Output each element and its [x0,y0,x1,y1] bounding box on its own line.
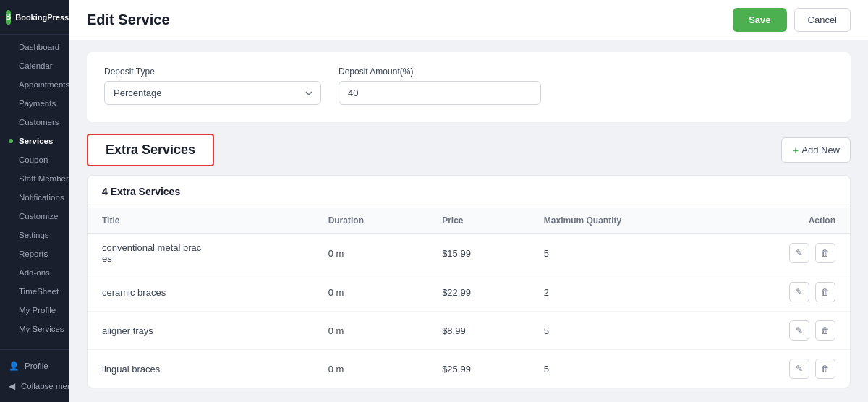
delete-button[interactable]: 🗑 [815,359,835,379]
sidebar-item-add-ons[interactable]: Add-ons [0,263,69,282]
sidebar-item-collapse-menu[interactable]: ◀ Collapse menu [0,376,69,396]
table-row: ceramic braces 0 m $22.99 2 ✎ 🗑 [88,273,850,312]
edit-button[interactable]: ✎ [789,359,809,379]
sidebar-item-payments[interactable]: Payments [0,94,69,113]
nav-dot [9,289,13,294]
sidebar-logo: B BookingPress [0,0,69,35]
cell-price: $15.99 [427,234,529,273]
save-button[interactable]: Save [733,8,786,32]
nav-dot [9,158,13,162]
edit-button[interactable]: ✎ [789,282,809,302]
sidebar-item-label: Staff Members [19,174,69,183]
sidebar-item-customers[interactable]: Customers [0,113,69,132]
edit-button[interactable]: ✎ [789,243,809,263]
nav-dot [9,45,13,49]
cell-title: lingual braces [88,350,314,388]
delete-button[interactable]: 🗑 [815,320,835,341]
sidebar-item-timesheet[interactable]: TimeSheet [0,282,69,301]
sidebar-item-calendar[interactable]: Calendar [0,56,69,75]
col-price: Price [427,208,529,234]
person-icon: 👤 [9,361,19,371]
collapse-icon: ◀ [9,381,15,391]
sidebar-item-dashboard[interactable]: Dashboard [0,38,69,56]
sidebar-item-customize[interactable]: Customize [0,207,69,226]
sidebar-item-appointments[interactable]: Appointments [0,75,69,94]
add-new-button[interactable]: + Add New [781,137,851,163]
cell-duration: 0 m [314,273,428,312]
cell-duration: 0 m [314,350,428,388]
extra-services-table: Title Duration Price Maximum Quantity Ac… [88,208,850,388]
cell-title: conventional metal brac es [88,234,314,273]
table-header-row: Title Duration Price Maximum Quantity Ac… [88,208,850,234]
sidebar-item-profile[interactable]: 👤 Profile [0,356,69,376]
nav-dot [9,233,13,237]
sidebar-item-label: Calendar [19,61,53,70]
cell-max-quantity: 2 [529,273,718,312]
extra-services-title-box: Extra Services [87,134,214,166]
table-row: lingual braces 0 m $25.99 5 ✎ 🗑 [88,350,850,388]
sidebar-item-my-profile[interactable]: My Profile [0,301,69,320]
cell-duration: 0 m [314,234,428,273]
deposit-type-label: Deposit Type [104,67,321,77]
nav-dot [9,64,13,68]
sidebar-item-label: Dashboard [19,43,59,51]
cell-title: ceramic braces [88,273,314,312]
sidebar-item-label: Collapse menu [21,382,69,390]
bookingpress-icon: B [6,10,11,25]
sidebar-item-label: Notifications [19,193,64,202]
cell-action: ✎ 🗑 [718,273,850,312]
extra-services-table-card: 4 Extra Services Title Duration Price Ma… [87,175,851,388]
sidebar-item-label: Settings [19,231,49,239]
edit-button[interactable]: ✎ [789,320,809,341]
extra-services-header: Extra Services + Add New [87,134,851,166]
add-new-label: Add New [801,145,840,155]
page-title: Edit Service [87,12,170,28]
cell-price: $8.99 [427,312,529,350]
extra-services-title: Extra Services [106,142,195,157]
nav-dot [9,176,13,181]
cell-title: aligner trays [88,312,314,350]
sidebar-bottom: 👤 Profile ◀ Collapse menu [0,349,69,402]
delete-button[interactable]: 🗑 [815,243,835,263]
nav-dot [9,101,13,106]
cell-price: $25.99 [427,350,529,388]
sidebar-logo-text: BookingPress [15,13,69,22]
nav-dot [9,270,13,275]
nav-dot [9,195,13,200]
cell-action: ✎ 🗑 [718,350,850,388]
cell-max-quantity: 5 [529,312,718,350]
sidebar-item-label: Add-ons [19,268,50,277]
sidebar-item-services[interactable]: Services [0,132,69,150]
cancel-button[interactable]: Cancel [794,8,851,32]
deposit-form-row: Deposit Type Percentage Deposit Amount(%… [104,67,833,105]
main: Edit Service Save Cancel Deposit Type Pe… [69,0,868,402]
deposit-card: Deposit Type Percentage Deposit Amount(%… [87,52,851,122]
deposit-amount-label: Deposit Amount(%) [339,67,541,77]
sidebar: B BookingPress Dashboard Calendar Appoin… [0,0,69,402]
table-row: conventional metal brac es 0 m $15.99 5 … [88,234,850,273]
table-row: aligner trays 0 m $8.99 5 ✎ 🗑 [88,312,850,350]
sidebar-item-label: Profile [25,362,48,370]
delete-button[interactable]: 🗑 [815,282,835,302]
sidebar-item-notifications[interactable]: Notifications [0,188,69,207]
deposit-type-select[interactable]: Percentage [104,81,321,105]
cell-max-quantity: 5 [529,350,718,388]
sidebar-item-label: Coupon [19,155,48,164]
sidebar-item-coupon[interactable]: Coupon [0,150,69,169]
col-title: Title [88,208,314,234]
deposit-amount-group: Deposit Amount(%) [339,67,541,105]
sidebar-item-label: My Profile [19,306,56,315]
sidebar-nav: Dashboard Calendar Appointments Payments… [0,35,69,349]
cell-duration: 0 m [314,312,428,350]
sidebar-item-label: Payments [19,99,56,108]
nav-dot [9,308,13,312]
deposit-amount-input[interactable] [339,81,541,105]
sidebar-item-label: Services [19,137,53,145]
sidebar-item-label: Reports [19,249,48,258]
sidebar-item-staff-members[interactable]: Staff Members [0,169,69,188]
deposit-type-group: Deposit Type Percentage [104,67,321,105]
sidebar-item-settings[interactable]: Settings [0,226,69,244]
sidebar-item-my-services[interactable]: My Services [0,320,69,338]
nav-dot [9,120,13,124]
sidebar-item-reports[interactable]: Reports [0,244,69,263]
